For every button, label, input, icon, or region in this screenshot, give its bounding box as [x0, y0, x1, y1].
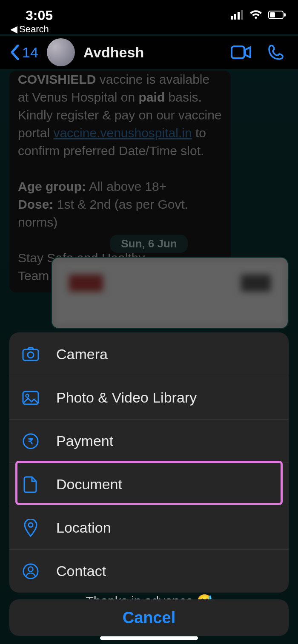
svg-rect-5 [270, 12, 275, 17]
screen: COVISHIELD vaccine is available at Venus… [0, 0, 298, 644]
home-indicator[interactable] [100, 636, 198, 640]
document-icon [21, 475, 40, 494]
attachment-action-sheet: Camera Photo & Video Library ₹ Payment D… [9, 332, 289, 593]
breadcrumb-back[interactable]: ◀︎ Search [10, 24, 49, 35]
location-icon [21, 519, 40, 537]
sheet-item-label: Payment [56, 433, 113, 449]
sheet-item-label: Photo & Video Library [56, 389, 197, 406]
rupee-icon: ₹ [21, 432, 40, 451]
sheet-item-location[interactable]: Location [9, 506, 289, 549]
sheet-item-payment[interactable]: ₹ Payment [9, 419, 289, 462]
clock: 3:05 [26, 8, 53, 23]
sheet-item-label: Camera [56, 346, 108, 363]
avatar[interactable] [47, 38, 75, 66]
chat-header: 14 Avdhesh [0, 36, 298, 69]
svg-point-14 [29, 523, 33, 527]
svg-rect-0 [231, 16, 233, 20]
svg-point-11 [26, 394, 29, 397]
chevron-left-icon: ◀︎ [10, 24, 17, 35]
phone-icon [267, 44, 284, 61]
unread-count: 14 [22, 44, 38, 61]
svg-rect-7 [232, 46, 244, 58]
sheet-item-document[interactable]: Document [9, 462, 289, 506]
cancel-button[interactable]: Cancel [9, 599, 289, 636]
svg-point-16 [29, 567, 33, 571]
chevron-left-icon [10, 45, 20, 60]
svg-rect-8 [23, 349, 38, 360]
battery-icon [268, 10, 286, 21]
svg-rect-3 [241, 10, 243, 20]
status-bar: 3:05 ◀︎ Search [0, 0, 298, 34]
photo-library-icon [21, 389, 40, 407]
svg-point-9 [28, 352, 34, 358]
breadcrumb-label: Search [19, 24, 49, 35]
svg-rect-2 [238, 12, 240, 20]
video-call-button[interactable] [231, 44, 251, 61]
svg-rect-6 [284, 13, 286, 17]
svg-rect-10 [23, 392, 38, 404]
sheet-item-label: Contact [56, 563, 106, 579]
voice-call-button[interactable] [267, 44, 288, 61]
camera-icon [21, 345, 40, 363]
svg-text:₹: ₹ [28, 437, 34, 446]
cancel-label: Cancel [123, 609, 176, 627]
back-button[interactable]: 14 [10, 44, 38, 61]
sheet-item-label: Document [56, 476, 122, 493]
svg-rect-1 [234, 14, 236, 20]
contact-icon [21, 562, 40, 581]
contact-name[interactable]: Avdhesh [83, 44, 144, 61]
sheet-item-contact[interactable]: Contact [9, 549, 289, 593]
sheet-item-photo-library[interactable]: Photo & Video Library [9, 376, 289, 419]
status-icons [231, 10, 286, 21]
sheet-item-label: Location [56, 519, 111, 536]
sheet-item-camera[interactable]: Camera [9, 332, 289, 376]
wifi-icon [249, 10, 262, 21]
signal-icon [231, 10, 244, 21]
video-icon [231, 44, 251, 61]
